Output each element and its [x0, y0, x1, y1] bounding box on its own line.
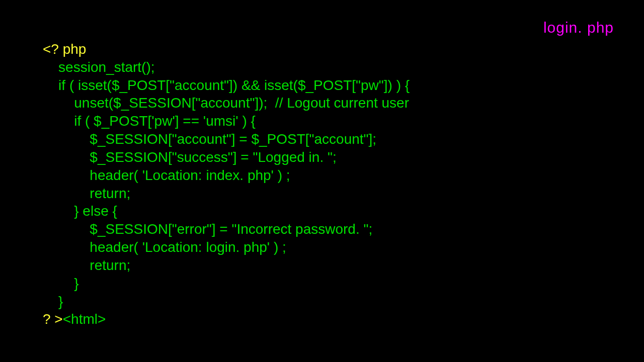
code-line-12: header( 'Location: login. php' ) ;	[43, 239, 286, 255]
code-line-6: $_SESSION["account"] = $_POST["account"]…	[43, 131, 376, 147]
code-line-15: }	[43, 294, 63, 309]
code-line-13: return;	[43, 257, 130, 273]
code-line-7: $_SESSION["success"] = "Logged in. ";	[43, 149, 337, 165]
code-line-3: if ( isset($_POST["account"]) && isset($…	[43, 77, 410, 93]
slide: login. php <? php session_start(); if ( …	[0, 0, 644, 362]
code-line-5: if ( $_POST['pw'] == 'umsi' ) {	[43, 113, 256, 129]
code-block: <? php session_start(); if ( isset($_POS…	[43, 40, 410, 328]
code-line-4: unset($_SESSION["account"]); // Logout c…	[43, 95, 409, 111]
code-line-2: session_start();	[43, 59, 155, 75]
code-line-9: return;	[43, 186, 130, 201]
code-line-16-html-open: <html>	[63, 311, 106, 327]
code-line-10: } else {	[43, 203, 117, 219]
code-line-14: }	[43, 276, 79, 291]
code-line-11: $_SESSION["error"] = "Incorrect password…	[43, 221, 372, 237]
code-line-8: header( 'Location: index. php' ) ;	[43, 167, 290, 183]
code-line-1: <? php	[43, 41, 86, 57]
code-line-16-php-close: ? >	[43, 311, 63, 327]
filename-label: login. php	[543, 19, 614, 36]
